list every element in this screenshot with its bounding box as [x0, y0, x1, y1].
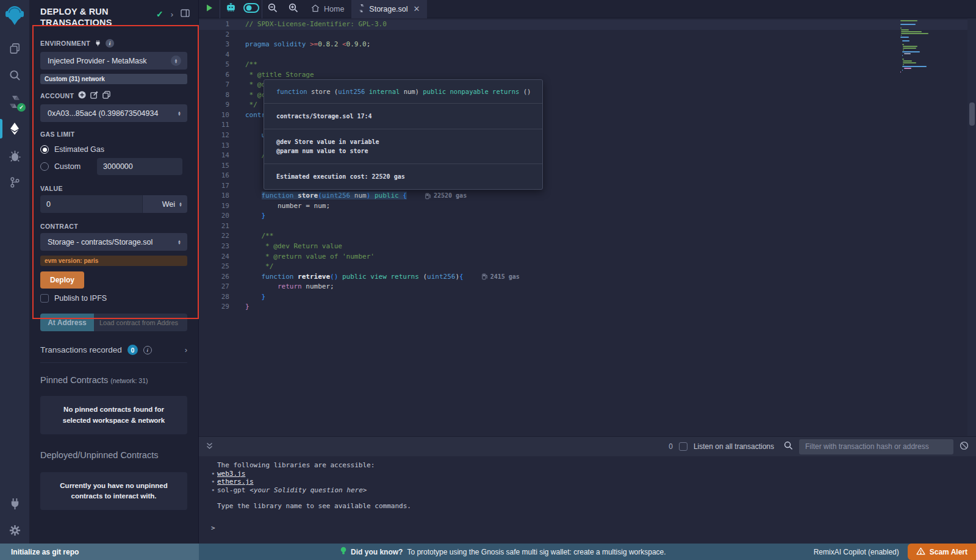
terminal[interactable]: The following libraries are accessible: … [199, 456, 976, 544]
sidebar-item-deploy-and-run[interactable] [0, 115, 29, 142]
transactions-count-badge: 0 [127, 345, 138, 355]
sidebar-item-plugin-manager[interactable] [0, 490, 29, 517]
solidity-file-icon [359, 4, 365, 14]
collapse-terminal-icon[interactable] [206, 441, 213, 452]
git-init-button[interactable]: Initialize as git repo [0, 544, 199, 560]
copilot-toggle[interactable] [241, 0, 262, 18]
remix-logo-icon[interactable] [4, 4, 25, 26]
tooltip-location: contracts/Storage.sol 17:4 [264, 104, 542, 129]
run-script-button[interactable] [199, 0, 220, 18]
code-line[interactable]: 21 [199, 221, 976, 232]
transactions-recorded-row[interactable]: Transactions recorded 0 i › [40, 345, 187, 363]
tooltip-doc-dev: @dev Store value in variable [276, 137, 530, 146]
unpinned-empty-message: Currently you have no unpinned contracts… [40, 472, 187, 511]
editor-scrollbar[interactable] [967, 18, 976, 436]
transactions-info-icon[interactable]: i [143, 346, 152, 354]
ai-copilot-button[interactable] [220, 0, 241, 18]
line-number: 6 [199, 70, 229, 81]
line-number: 7 [199, 80, 229, 90]
code-editor[interactable]: 1// SPDX-License-Identifier: GPL-3.023pr… [199, 18, 976, 436]
publish-ipfs-option[interactable]: Publish to IPFS [40, 294, 187, 303]
code-line[interactable]: 5/** [199, 60, 976, 70]
terminal-prompt[interactable]: > [211, 524, 976, 533]
files-icon [9, 42, 21, 55]
code-line[interactable]: 4 [199, 50, 976, 60]
code-line[interactable]: 26 function retrieve() public view retur… [199, 272, 976, 282]
account-label: ACCOUNT [40, 92, 74, 99]
play-icon [205, 4, 214, 15]
estimated-gas-option[interactable]: Estimated Gas [40, 145, 187, 154]
custom-gas-input[interactable] [97, 158, 182, 175]
code-line[interactable]: 6 * @title Storage [199, 70, 976, 81]
pin-panel-icon[interactable] [181, 9, 190, 20]
sidebar-item-search[interactable] [0, 62, 29, 88]
clear-terminal-icon[interactable] [960, 441, 969, 453]
web3-link[interactable]: web3.js [217, 470, 245, 478]
environment-info-icon[interactable]: i [106, 39, 114, 48]
code-line[interactable]: 1// SPDX-License-Identifier: GPL-3.0 [199, 20, 976, 30]
listen-all-checkbox[interactable] [679, 442, 687, 451]
scrollbar-thumb[interactable] [969, 102, 975, 126]
deploy-button[interactable]: Deploy [40, 271, 84, 289]
gas-estimate-annotation: 2415 gas [482, 272, 520, 282]
transactions-expand-icon[interactable]: › [185, 345, 187, 354]
tab-home[interactable]: Home [304, 0, 351, 18]
scam-alert-button[interactable]: Scam Alert [908, 544, 976, 560]
line-number: 3 [199, 40, 229, 50]
terminal-lib-row: • sol-gpt <your Solidity question here> [211, 486, 976, 495]
at-address-input[interactable] [94, 314, 187, 331]
custom-gas-radio[interactable] [40, 162, 49, 171]
code-line[interactable]: 29} [199, 302, 976, 312]
estimated-gas-radio[interactable] [40, 145, 49, 154]
add-account-icon[interactable] [78, 90, 86, 101]
code-line[interactable]: 25 */ [199, 262, 976, 272]
sidebar-item-debugger[interactable] [0, 142, 29, 169]
account-select[interactable]: 0xA03...85ac4 (0.398673504934 ▲▼ [40, 104, 187, 122]
value-input[interactable] [40, 195, 142, 213]
plug-small-icon[interactable] [95, 38, 101, 49]
code-line[interactable]: 27 return number; [199, 282, 976, 292]
bullet-icon: • [211, 486, 217, 495]
code-line[interactable]: 19 number = num; [199, 201, 976, 212]
custom-gas-text: Custom [54, 162, 81, 171]
sidebar-item-settings[interactable] [0, 517, 29, 544]
copy-account-icon[interactable] [102, 90, 110, 101]
sidebar-item-file-explorer[interactable] [0, 35, 29, 62]
code-line[interactable]: 20 } [199, 211, 976, 221]
at-address-button[interactable]: At Address [40, 314, 94, 331]
close-tab-icon[interactable]: ✕ [414, 4, 420, 13]
line-number: 14 [199, 151, 229, 161]
zoom-in-button[interactable] [283, 0, 304, 18]
edit-account-icon[interactable] [90, 90, 98, 101]
sidebar-item-git[interactable] [0, 169, 29, 196]
custom-gas-option[interactable]: Custom [40, 158, 187, 175]
transaction-filter-input[interactable] [799, 439, 953, 454]
code-line[interactable]: 3pragma solidity >=0.8.2 <0.9.0; [199, 40, 976, 50]
code-line[interactable]: 24 * @return value of 'number' [199, 252, 976, 262]
environment-select[interactable]: Injected Provider - MetaMask ▲▼ [40, 52, 187, 70]
chevron-right-icon[interactable]: › [171, 10, 173, 19]
zoom-in-icon [289, 3, 298, 15]
code-line[interactable]: 18 function store(uint256 num) public {2… [199, 191, 976, 201]
tab-storage-sol[interactable]: Storage.sol ✕ [351, 0, 427, 18]
tooltip-signature: function store (uint256 internal num) pu… [264, 80, 542, 104]
value-unit-select[interactable]: Wei▲▼ [142, 195, 187, 213]
environment-label: ENVIRONMENT [40, 40, 90, 47]
terminal-intro: The following libraries are accessible: [211, 461, 976, 470]
listen-all-label: Listen on all transactions [694, 442, 774, 451]
ethers-link[interactable]: ethers.js [217, 478, 254, 486]
code-line[interactable]: 22 /** [199, 231, 976, 242]
code-line[interactable]: 28 } [199, 292, 976, 303]
publish-ipfs-checkbox[interactable] [40, 294, 49, 303]
code-line[interactable]: 23 * @dev Return value [199, 242, 976, 252]
publish-ipfs-text: Publish to IPFS [54, 294, 107, 303]
sidebar-item-solidity-compiler[interactable]: ✓ [0, 88, 29, 115]
zoom-out-button[interactable] [262, 0, 283, 18]
line-number: 16 [199, 171, 229, 181]
line-number: 9 [199, 100, 229, 110]
line-number: 27 [199, 282, 229, 292]
contract-select[interactable]: Storage - contracts/Storage.sol ▲▼ [40, 233, 187, 251]
account-value: 0xA03...85ac4 (0.398673504934 [48, 109, 174, 118]
minimap[interactable] [900, 20, 946, 73]
code-line[interactable]: 2 [199, 30, 976, 40]
